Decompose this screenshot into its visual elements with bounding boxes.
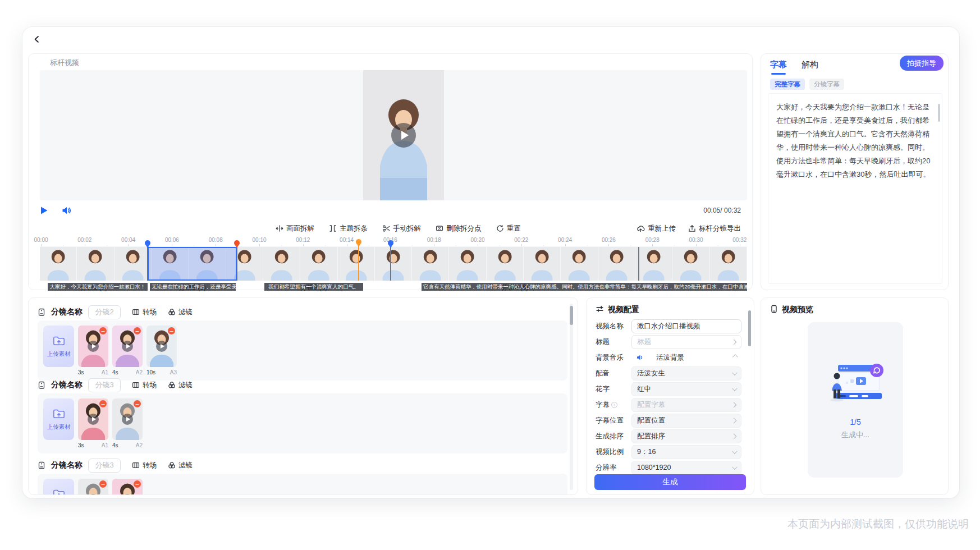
filter-button[interactable]: 滤镜 <box>168 461 193 470</box>
clip-thumbnail[interactable]: – <box>78 479 108 495</box>
transition-button[interactable]: 转场 <box>132 308 157 317</box>
config-control-字幕位置[interactable]: 配置位置 <box>631 414 741 428</box>
delete-split-point-button[interactable]: 删除拆分点 <box>436 224 482 233</box>
clip-thumbnail[interactable]: – <box>78 398 108 440</box>
remove-clip-badge[interactable]: – <box>99 400 107 407</box>
config-control-配音[interactable]: 活泼女生 <box>631 366 741 381</box>
storyboard-scrollbar[interactable] <box>570 304 573 490</box>
chip-分镜字幕[interactable]: 分镜字幕 <box>809 79 844 90</box>
back-button[interactable] <box>31 35 43 46</box>
timeline-thumbnail[interactable] <box>115 247 152 281</box>
chip-完整字幕[interactable]: 完整字幕 <box>770 79 805 90</box>
video-play-overlay-button[interactable] <box>391 123 416 148</box>
timeline-thumbnail[interactable] <box>598 247 635 281</box>
volume-button[interactable] <box>62 206 72 215</box>
clip-play-icon[interactable] <box>88 414 99 425</box>
tab-字幕[interactable]: 字幕 <box>770 59 787 75</box>
upload-material-label: 上传素材 <box>47 423 71 431</box>
scrollbar-thumb[interactable] <box>938 104 940 122</box>
timeline-thumbnail-strip[interactable] <box>40 247 747 281</box>
config-control-花字[interactable]: 红中 <box>631 382 741 396</box>
tab-解构[interactable]: 解构 <box>802 59 818 75</box>
split-marker-red[interactable] <box>234 240 240 246</box>
clip-thumbnail[interactable]: – <box>112 398 143 440</box>
config-control-视频名称[interactable]: 漱口水介绍口播视频 <box>631 319 741 333</box>
upload-material-tile[interactable]: 上传素材 <box>43 398 74 440</box>
remove-clip-badge[interactable]: – <box>99 327 107 334</box>
timeline-thumbnail[interactable] <box>263 247 300 281</box>
transition-button[interactable]: 转场 <box>132 381 157 390</box>
benchmark-storyboard-export-button[interactable]: 标杆分镜导出 <box>688 224 741 233</box>
timeline-thumbnail[interactable] <box>710 247 747 281</box>
timeline-thumbnail[interactable] <box>561 247 598 281</box>
subtitle-scrollbar[interactable] <box>938 100 940 277</box>
timeline-thumbnail[interactable] <box>375 247 412 281</box>
timeline[interactable]: 00:0000:0200:0400:0600:0800:1000:1200:14… <box>40 236 747 291</box>
remove-clip-badge[interactable]: – <box>99 480 107 488</box>
remove-clip-badge[interactable]: – <box>134 327 141 334</box>
material-clip[interactable]: – <box>112 479 143 495</box>
timeline-thumbnail[interactable] <box>635 247 672 281</box>
storyboard-name-input[interactable]: 分镜3 <box>88 459 121 473</box>
remove-clip-badge[interactable]: – <box>168 327 175 334</box>
timeline-thumbnail[interactable] <box>449 247 486 281</box>
material-clip[interactable]: –3sA1 <box>78 326 108 375</box>
clip-play-icon[interactable] <box>156 341 167 352</box>
timeline-thumbnail[interactable] <box>412 247 449 281</box>
config-control-字幕[interactable]: 配置字幕 <box>631 398 741 412</box>
shooting-guide-button[interactable]: 拍摄指导 <box>900 56 944 71</box>
config-scrollbar[interactable] <box>748 306 752 485</box>
upload-material-tile[interactable]: 上传素材 <box>43 326 74 367</box>
split-marker-blue[interactable] <box>388 240 393 246</box>
frame-split-button[interactable]: 画面拆解 <box>276 224 314 233</box>
reset-button[interactable]: 重置 <box>496 224 521 233</box>
storyboard-name-input[interactable]: 分镜2 <box>88 305 121 319</box>
selected-segment-highlight[interactable] <box>148 247 237 281</box>
material-clip[interactable]: –10sA3 <box>146 326 177 375</box>
timeline-thumbnail[interactable] <box>40 247 77 281</box>
config-control-视频比例[interactable]: 9：16 <box>631 445 741 459</box>
material-clip[interactable]: –3sA1 <box>78 398 108 448</box>
generate-button[interactable]: 生成 <box>594 474 746 490</box>
clip-thumbnail[interactable]: – <box>112 326 143 367</box>
playhead-marker[interactable] <box>356 239 361 245</box>
remove-clip-badge[interactable]: – <box>134 400 141 407</box>
timeline-thumbnail[interactable] <box>300 247 337 281</box>
play-button[interactable] <box>40 206 48 215</box>
sliders-icon <box>596 305 604 315</box>
tick-mark-minor <box>325 245 326 246</box>
upload-material-tile[interactable]: 上传素材 <box>43 479 74 495</box>
timeline-thumbnail[interactable] <box>487 247 524 281</box>
config-control-标题[interactable]: 标题 <box>631 335 741 349</box>
columns-icon <box>132 381 140 389</box>
re-upload-button[interactable]: 重新上传 <box>636 224 676 233</box>
clip-play-icon[interactable] <box>122 414 133 425</box>
remove-clip-badge[interactable]: – <box>134 480 141 488</box>
config-control-背景音乐[interactable]: 活泼背景 <box>631 351 741 365</box>
material-clip[interactable]: –4sA2 <box>112 398 143 448</box>
topic-split-button[interactable]: 主题拆条 <box>329 224 368 233</box>
material-clip[interactable]: – <box>78 479 108 495</box>
clip-thumbnail[interactable]: – <box>78 326 108 367</box>
playhead[interactable] <box>358 245 359 281</box>
clip-thumbnail[interactable]: – <box>146 326 177 367</box>
scrollbar-thumb[interactable] <box>570 306 573 325</box>
timeline-thumbnail[interactable] <box>77 247 114 281</box>
material-clip[interactable]: –4sA2 <box>112 326 143 375</box>
filter-button[interactable]: 滤镜 <box>168 308 193 317</box>
clip-thumbnail[interactable]: – <box>112 479 143 495</box>
timeline-thumbnail[interactable] <box>338 247 375 281</box>
transition-button[interactable]: 转场 <box>132 461 157 470</box>
config-control-生成排序[interactable]: 配置排序 <box>631 429 741 443</box>
storyboard-name-input[interactable]: 分镜3 <box>88 378 121 392</box>
clip-play-icon[interactable] <box>122 341 133 352</box>
manual-split-button[interactable]: 手动拆解 <box>382 224 421 233</box>
scrollbar-thumb[interactable] <box>748 310 751 346</box>
config-control-分辨率[interactable]: 1080*1920 <box>631 461 741 475</box>
timeline-thumbnail[interactable] <box>524 247 561 281</box>
split-marker-blue[interactable] <box>145 240 150 246</box>
clip-play-icon[interactable] <box>88 341 99 352</box>
tick-mark <box>608 244 609 246</box>
timeline-thumbnail[interactable] <box>672 247 709 281</box>
filter-button[interactable]: 滤镜 <box>168 381 193 390</box>
